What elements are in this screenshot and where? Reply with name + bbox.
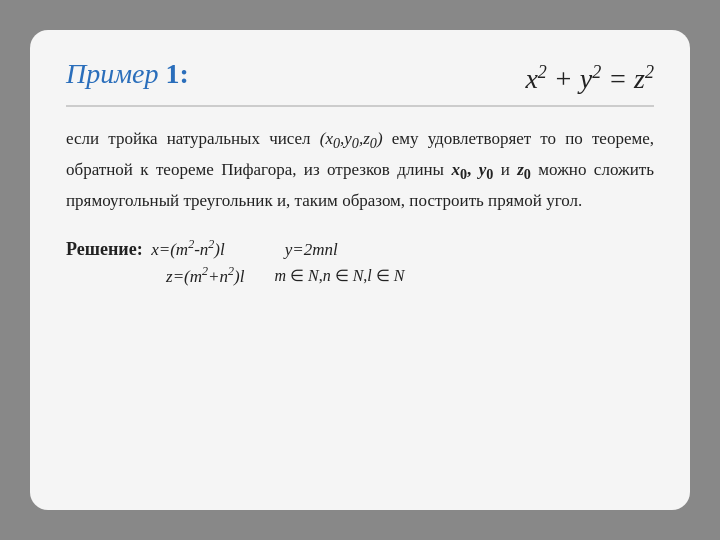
header-formula: x2 + y2 = z2 [525,58,654,95]
example-title: Пример 1: [66,58,189,90]
sol-membership: m ∈ N,n ∈ N,l ∈ N [262,266,404,285]
solution-label: Решение: x=(m2-n2)l [66,237,225,260]
sol-y-formula: y=2mnl [285,240,338,260]
header-row: Пример 1: x2 + y2 = z2 [66,58,654,107]
example-label: Пример [66,58,166,89]
main-card: Пример 1: x2 + y2 = z2 если тройка натур… [30,30,690,510]
solution-block: Решение: x=(m2-n2)l y=2mnl z=(m2+n2)l m … [66,237,654,286]
example-number: 1: [166,58,189,89]
solution-line-1: Решение: x=(m2-n2)l y=2mnl [66,237,654,260]
solution-line-2: z=(m2+n2)l m ∈ N,n ∈ N,l ∈ N [166,264,654,287]
body-paragraph: если тройка натуральных чисел (x0,y0,z0)… [66,125,654,215]
sol-z-formula: z=(m2+n2)l [166,264,244,287]
variables-tuple: (x0,y0,z0) [320,129,383,148]
sol-x-formula: x=(m2-n2)l [151,240,225,259]
